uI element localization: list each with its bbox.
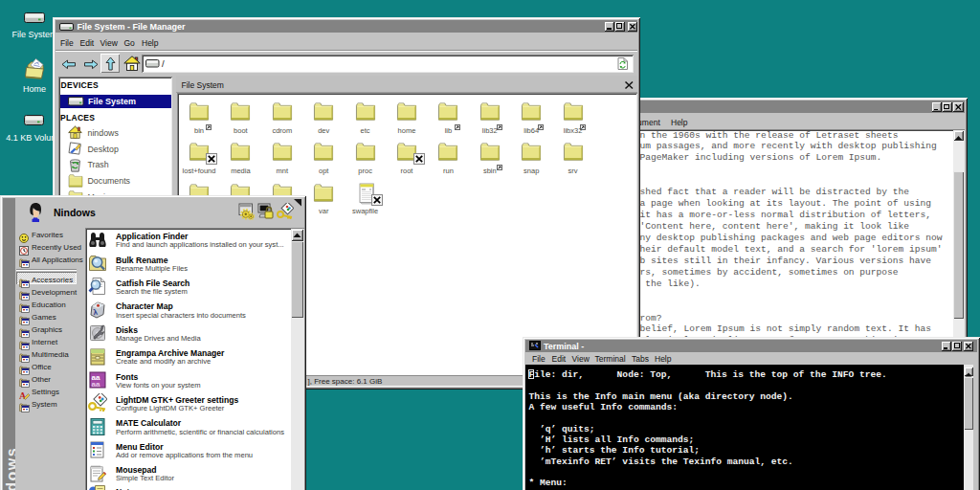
svg-text:aa: aa [92, 380, 100, 389]
